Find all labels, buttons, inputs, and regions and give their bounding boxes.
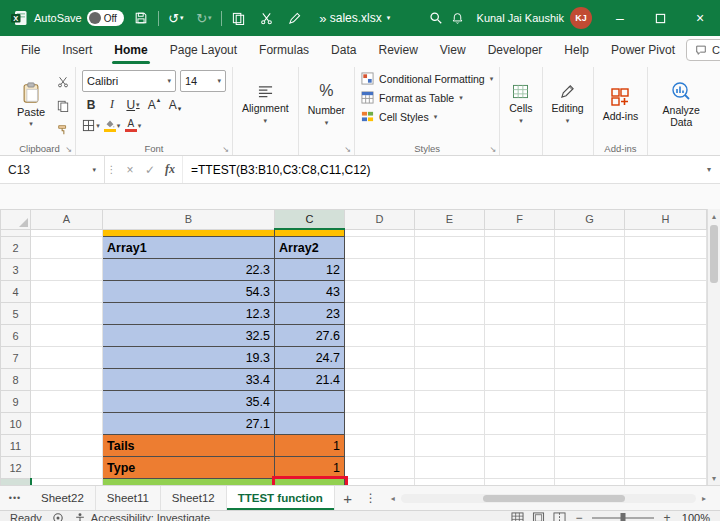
- cell-H11[interactable]: [625, 435, 707, 457]
- italic-button[interactable]: I: [103, 96, 121, 113]
- cell-H7[interactable]: [625, 347, 707, 369]
- cell-F12[interactable]: [485, 457, 555, 479]
- column-header-B[interactable]: B: [103, 210, 275, 230]
- autosave-toggle[interactable]: AutoSave Off: [34, 10, 124, 26]
- page-layout-view-icon[interactable]: [532, 512, 545, 521]
- ribbon-tab-home[interactable]: Home: [103, 36, 158, 64]
- row-header-3[interactable]: 3: [1, 259, 31, 281]
- cell-B13[interactable]: Probability one tail: [103, 479, 275, 486]
- cell-H1[interactable]: [625, 229, 707, 237]
- new-sheet-button[interactable]: +: [335, 486, 361, 510]
- cell-E4[interactable]: [415, 281, 485, 303]
- cell-C9[interactable]: [275, 391, 345, 413]
- cell-A8[interactable]: [31, 369, 103, 391]
- search-icon[interactable]: [425, 6, 447, 30]
- copy-sheet-icon[interactable]: [228, 6, 250, 30]
- redo-button[interactable]: ↻▾: [193, 6, 215, 30]
- cell-D5[interactable]: [345, 303, 415, 325]
- cell-H4[interactable]: [625, 281, 707, 303]
- cell-F1[interactable]: [485, 229, 555, 237]
- cell-D1[interactable]: [345, 229, 415, 237]
- cell-E12[interactable]: [415, 457, 485, 479]
- close-button[interactable]: ×: [680, 0, 720, 36]
- cell-A6[interactable]: [31, 325, 103, 347]
- column-header-F[interactable]: F: [485, 210, 555, 230]
- cell-B7[interactable]: 19.3: [103, 347, 275, 369]
- analyze-data-button[interactable]: Analyze Data: [654, 69, 708, 140]
- notifications-bell-icon[interactable]: [447, 6, 469, 30]
- cell-A2[interactable]: [31, 237, 103, 259]
- cell-A5[interactable]: [31, 303, 103, 325]
- cell-A13[interactable]: [31, 479, 103, 486]
- cell-E5[interactable]: [415, 303, 485, 325]
- cell-A12[interactable]: [31, 457, 103, 479]
- sheet-tab-sheet22[interactable]: Sheet22: [30, 486, 96, 510]
- cell-F2[interactable]: [485, 237, 555, 259]
- zoom-out-button[interactable]: −: [574, 511, 584, 521]
- cell-G12[interactable]: [555, 457, 625, 479]
- minimize-button[interactable]: –: [600, 0, 640, 36]
- cell-F6[interactable]: [485, 325, 555, 347]
- fill-color-button[interactable]: ▾: [103, 117, 121, 134]
- zoom-level[interactable]: 100%: [680, 512, 710, 521]
- cell-C7[interactable]: 24.7: [275, 347, 345, 369]
- expand-formula-bar-icon[interactable]: ▾: [698, 156, 720, 183]
- cell-B10[interactable]: 27.1: [103, 413, 275, 435]
- scroll-up-icon[interactable]: ▴: [708, 209, 720, 223]
- cell-B6[interactable]: 32.5: [103, 325, 275, 347]
- formula-input[interactable]: =TTEST(B3:B10,C3:C8,C11,C12): [182, 156, 698, 183]
- copy-button[interactable]: [57, 98, 69, 116]
- conditional-formatting-button[interactable]: Conditional Formatting ▾: [361, 69, 493, 88]
- cell-C6[interactable]: 27.6: [275, 325, 345, 347]
- cell-G5[interactable]: [555, 303, 625, 325]
- cell-H9[interactable]: [625, 391, 707, 413]
- cell-E6[interactable]: [415, 325, 485, 347]
- cell-C12[interactable]: 1: [275, 457, 345, 479]
- formula-bar-handle[interactable]: ⋮: [105, 156, 118, 183]
- cell-E11[interactable]: [415, 435, 485, 457]
- cell-A10[interactable]: [31, 413, 103, 435]
- ribbon-tab-review[interactable]: Review: [367, 36, 428, 64]
- ribbon-tab-power-pivot[interactable]: Power Pivot: [600, 36, 686, 64]
- cell-H3[interactable]: [625, 259, 707, 281]
- cell-D4[interactable]: [345, 281, 415, 303]
- save-button[interactable]: [130, 6, 152, 30]
- row-header-8[interactable]: 8: [1, 369, 31, 391]
- increase-font-button[interactable]: A▴: [145, 96, 163, 113]
- zoom-in-button[interactable]: +: [662, 511, 672, 521]
- sheet-tab-ttest-function[interactable]: TTEST function: [227, 486, 335, 510]
- zoom-slider[interactable]: [592, 517, 654, 519]
- cell-B8[interactable]: 33.4: [103, 369, 275, 391]
- name-box[interactable]: C13 ▾: [0, 156, 105, 183]
- underline-button[interactable]: U▾: [124, 96, 142, 113]
- cell-E7[interactable]: [415, 347, 485, 369]
- row-header-7[interactable]: 7: [1, 347, 31, 369]
- cell-D8[interactable]: [345, 369, 415, 391]
- cell-D6[interactable]: [345, 325, 415, 347]
- accessibility-status[interactable]: Accessibility: Investigate: [74, 512, 210, 521]
- cell-F5[interactable]: [485, 303, 555, 325]
- cell-G6[interactable]: [555, 325, 625, 347]
- cell-B12[interactable]: Type: [103, 457, 275, 479]
- cell-D9[interactable]: [345, 391, 415, 413]
- file-name[interactable]: sales.xlsx▾: [330, 11, 391, 25]
- cell-D7[interactable]: [345, 347, 415, 369]
- number-dialog-launcher[interactable]: ↘: [344, 145, 351, 154]
- column-header-H[interactable]: H: [625, 210, 707, 230]
- cell-H5[interactable]: [625, 303, 707, 325]
- cell-C5[interactable]: 23: [275, 303, 345, 325]
- cell-E10[interactable]: [415, 413, 485, 435]
- vertical-scrollbar[interactable]: ▴ ▾: [707, 209, 720, 485]
- row-header-10[interactable]: 10: [1, 413, 31, 435]
- cell-G10[interactable]: [555, 413, 625, 435]
- vertical-scroll-thumb[interactable]: [710, 225, 718, 283]
- horizontal-scroll-thumb[interactable]: [483, 495, 625, 502]
- styles-dialog-launcher[interactable]: ↘: [490, 145, 497, 154]
- cut-icon[interactable]: [256, 6, 278, 30]
- cells-button[interactable]: Cells ▾: [506, 69, 535, 140]
- cell-B11[interactable]: Tails: [103, 435, 275, 457]
- paste-button[interactable]: Paste ▾: [10, 69, 52, 140]
- insert-function-button[interactable]: fx: [160, 162, 180, 177]
- undo-button[interactable]: ↺▾: [165, 6, 187, 30]
- cell-G9[interactable]: [555, 391, 625, 413]
